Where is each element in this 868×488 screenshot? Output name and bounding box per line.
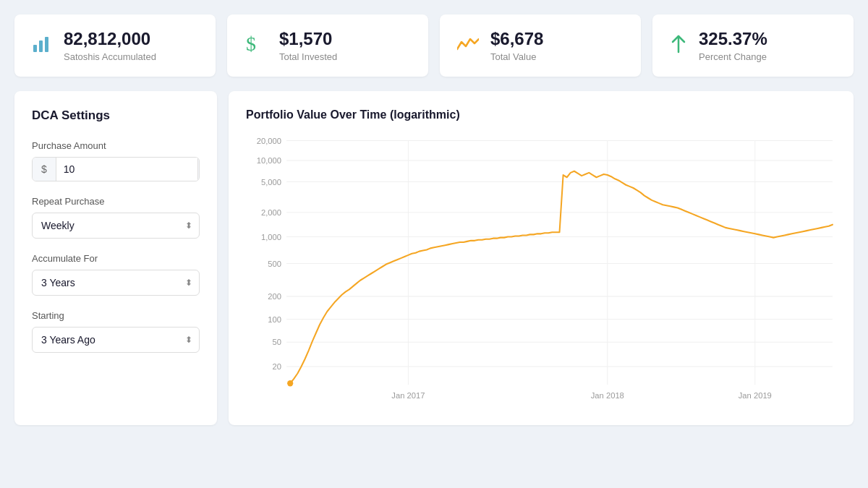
stat-value-satoshis: 82,812,000 xyxy=(64,29,156,50)
svg-text:10,000: 10,000 xyxy=(257,156,281,165)
stat-label-invested: Total Invested xyxy=(279,51,337,62)
purchase-amount-group: Purchase Amount $ .00 xyxy=(32,140,200,181)
settings-panel: DCA Settings Purchase Amount $ .00 Repea… xyxy=(14,91,217,425)
stat-card-change: 325.37% Percent Change xyxy=(652,14,854,77)
svg-text:50: 50 xyxy=(272,338,281,346)
starting-group: Starting 3 Years Ago 1 Year Ago 2 Years … xyxy=(32,310,200,353)
stat-value-invested: $1,570 xyxy=(279,29,337,50)
repeat-purchase-select[interactable]: Weekly Daily Monthly xyxy=(32,213,200,239)
chart-panel: Portfolio Value Over Time (logarithmic) … xyxy=(229,91,854,425)
dollar-icon: $ xyxy=(244,32,268,59)
svg-text:500: 500 xyxy=(268,259,281,267)
portfolio-chart: 20,000 10,000 5,000 2,000 1,000 500 200 … xyxy=(246,133,836,408)
svg-text:5,000: 5,000 xyxy=(261,177,281,186)
svg-text:2,000: 2,000 xyxy=(261,208,281,217)
svg-text:200: 200 xyxy=(268,292,281,301)
stat-value-change: 325.37% xyxy=(699,29,767,50)
svg-text:Jan 2018: Jan 2018 xyxy=(591,391,624,400)
accumulate-for-label: Accumulate For xyxy=(32,253,200,264)
stat-info-invested: $1,570 Total Invested xyxy=(279,29,337,62)
accumulate-for-select-wrapper: 3 Years 1 Year 2 Years 5 Years 10 Years … xyxy=(32,270,200,296)
repeat-purchase-group: Repeat Purchase Weekly Daily Monthly ⬍ xyxy=(32,196,200,239)
stat-card-invested: $ $1,570 Total Invested xyxy=(227,14,428,77)
starting-select[interactable]: 3 Years Ago 1 Year Ago 2 Years Ago 5 Yea… xyxy=(32,327,200,353)
wave-icon xyxy=(457,36,479,55)
svg-text:1,000: 1,000 xyxy=(261,232,281,241)
svg-point-30 xyxy=(287,380,293,386)
stat-label-satoshis: Satoshis Accumulated xyxy=(64,51,156,62)
purchase-amount-input-wrapper: $ .00 xyxy=(32,157,200,181)
stat-card-satoshis: 82,812,000 Satoshis Accumulated xyxy=(14,14,216,77)
accumulate-for-group: Accumulate For 3 Years 1 Year 2 Years 5 … xyxy=(32,253,200,296)
main-content: DCA Settings Purchase Amount $ .00 Repea… xyxy=(14,91,854,425)
stat-value-value: $6,678 xyxy=(490,29,543,50)
svg-rect-2 xyxy=(45,37,48,52)
svg-text:Jan 2019: Jan 2019 xyxy=(739,391,772,400)
svg-text:100: 100 xyxy=(268,314,281,323)
purchase-amount-label: Purchase Amount xyxy=(32,140,200,151)
stat-label-value: Total Value xyxy=(490,51,543,62)
arrow-icon xyxy=(670,33,687,57)
accumulate-for-select[interactable]: 3 Years 1 Year 2 Years 5 Years 10 Years xyxy=(32,270,200,296)
svg-rect-0 xyxy=(33,45,37,52)
stats-row: 82,812,000 Satoshis Accumulated $ $1,570… xyxy=(14,14,854,77)
starting-select-wrapper: 3 Years Ago 1 Year Ago 2 Years Ago 5 Yea… xyxy=(32,327,200,353)
svg-text:Jan 2017: Jan 2017 xyxy=(391,391,425,400)
settings-title: DCA Settings xyxy=(32,108,200,123)
stat-info-change: 325.37% Percent Change xyxy=(699,29,767,62)
repeat-purchase-select-wrapper: Weekly Daily Monthly ⬍ xyxy=(32,213,200,239)
chart-container: 20,000 10,000 5,000 2,000 1,000 500 200 … xyxy=(246,133,836,408)
bars-icon xyxy=(32,33,52,57)
chart-title: Portfolio Value Over Time (logarithmic) xyxy=(246,108,836,121)
stat-card-value: $6,678 Total Value xyxy=(440,14,641,77)
svg-rect-1 xyxy=(39,40,43,52)
repeat-purchase-label: Repeat Purchase xyxy=(32,196,200,207)
starting-label: Starting xyxy=(32,310,200,321)
stat-info-value: $6,678 Total Value xyxy=(490,29,543,62)
svg-text:$: $ xyxy=(246,33,256,55)
stat-label-change: Percent Change xyxy=(699,51,767,62)
svg-text:20: 20 xyxy=(272,362,281,371)
stat-info-satoshis: 82,812,000 Satoshis Accumulated xyxy=(64,29,156,62)
currency-prefix: $ xyxy=(33,158,56,181)
purchase-amount-input[interactable] xyxy=(56,158,197,181)
decimal-suffix: .00 xyxy=(197,158,200,181)
svg-text:20,000: 20,000 xyxy=(257,136,281,145)
